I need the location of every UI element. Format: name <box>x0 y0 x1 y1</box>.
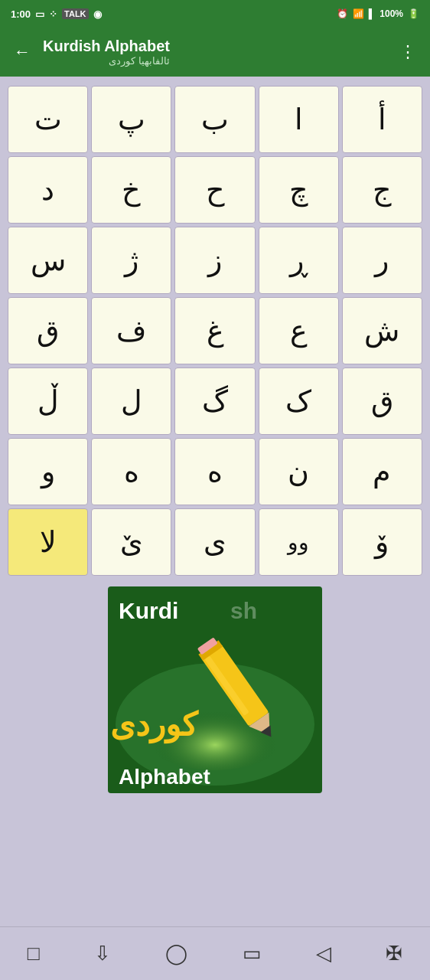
alphabet-grid: أ ا ب پ ت ج چ ح خ د ر ڕ ز ژ س ش ع غ ف ق … <box>8 86 422 576</box>
letter-cell[interactable]: ف <box>91 297 171 364</box>
app-bar: ← Kurdish Alphabet ئالفابهیا کوردی ⋮ <box>0 28 430 77</box>
signal-dots-icon: ⁘ <box>49 8 57 20</box>
more-options-button[interactable]: ⋮ <box>396 39 419 65</box>
letter-cell[interactable]: ق <box>342 368 422 435</box>
letter-cell[interactable]: س <box>8 227 88 294</box>
main-content: أ ا ب پ ت ج چ ح خ د ر ڕ ز ژ س ش ع غ ف ق … <box>0 77 430 926</box>
letter-cell[interactable]: ش <box>342 297 422 364</box>
letter-cell-highlighted[interactable]: لا <box>8 508 88 576</box>
letter-cell[interactable]: چ <box>259 156 339 224</box>
svg-text:کوردی: کوردی <box>110 707 199 744</box>
letter-cell[interactable]: ۆ <box>342 508 422 576</box>
letter-cell[interactable]: ت <box>8 86 88 153</box>
letter-cell[interactable]: ب <box>174 86 255 153</box>
letter-cell[interactable]: ڕ <box>259 227 339 294</box>
app-subtitle: ئالفابهیا کوردی <box>43 55 170 67</box>
banner-bottom-text: Alphabet <box>119 765 210 789</box>
banner-top-text: Kurdi <box>119 598 178 623</box>
battery-label: 100% <box>380 8 403 19</box>
recents-nav-button[interactable]: ▭ <box>232 936 272 972</box>
letter-cell[interactable]: ع <box>259 297 339 364</box>
letter-cell[interactable]: ی <box>174 508 255 576</box>
status-bar: 1:00 ▭ ⁘ TALK ◉ ⏰ 📶 ▌ 100% 🔋 <box>0 0 430 28</box>
back-button[interactable]: ← <box>11 39 34 65</box>
letter-cell[interactable]: ک <box>259 368 339 435</box>
letter-cell[interactable]: ه <box>174 438 255 505</box>
letter-cell[interactable]: ر <box>342 227 422 294</box>
banner-svg: Kurdi sh کوردی Alphabet <box>108 586 322 793</box>
letter-cell[interactable]: ڵ <box>8 368 88 435</box>
status-indicators: ⏰ 📶 ▌ 100% 🔋 <box>337 8 419 19</box>
square-nav-button[interactable]: □ <box>17 936 50 972</box>
phone-icon: ▭ <box>35 8 44 20</box>
letter-cell[interactable]: گ <box>174 368 255 435</box>
alarm-icon: ⏰ <box>337 8 348 19</box>
letter-cell[interactable]: ا <box>259 86 339 153</box>
letter-cell[interactable]: ن <box>259 438 339 505</box>
app-bar-title-group: Kurdish Alphabet ئالفابهیا کوردی <box>43 38 170 67</box>
letter-cell[interactable]: و <box>8 438 88 505</box>
banner-image: Kurdi sh کوردی Alphabet <box>108 586 322 793</box>
home-nav-button[interactable]: ◯ <box>155 936 198 972</box>
letter-cell[interactable]: غ <box>174 297 255 364</box>
app-title: Kurdish Alphabet <box>43 38 170 55</box>
back-nav-button[interactable]: ⇩ <box>83 936 122 972</box>
talk-icon: TALK <box>62 8 89 19</box>
svg-text:sh: sh <box>230 598 257 623</box>
signal-icon: ▌ <box>369 8 376 19</box>
nav-bar: □ ⇩ ◯ ▭ ◁ ✠ <box>0 926 430 980</box>
headphone-icon: ◉ <box>93 8 102 20</box>
time-display: 1:00 <box>11 8 31 20</box>
letter-cell[interactable]: ز <box>174 227 255 294</box>
letter-cell[interactable]: أ <box>342 86 422 153</box>
letter-cell[interactable]: م <box>342 438 422 505</box>
back-arrow-nav-button[interactable]: ◁ <box>305 936 342 972</box>
letter-cell[interactable]: ج <box>342 156 422 224</box>
app-bar-left: ← Kurdish Alphabet ئالفابهیا کوردی <box>11 38 170 67</box>
status-time-area: 1:00 ▭ ⁘ TALK ◉ <box>11 8 102 20</box>
letter-cell[interactable]: پ <box>91 86 171 153</box>
wifi-icon: 📶 <box>353 8 364 19</box>
letter-cell[interactable]: ق <box>8 297 88 364</box>
menu-nav-button[interactable]: ✠ <box>375 936 413 972</box>
letter-cell[interactable]: ح <box>174 156 255 224</box>
battery-icon: 🔋 <box>408 8 419 19</box>
letter-cell[interactable]: خ <box>91 156 171 224</box>
letter-cell[interactable]: وو <box>259 508 339 576</box>
letter-cell[interactable]: ێ <box>91 508 171 576</box>
letter-cell[interactable]: د <box>8 156 88 224</box>
letter-cell[interactable]: ە <box>91 438 171 505</box>
letter-cell[interactable]: ل <box>91 368 171 435</box>
letter-cell[interactable]: ژ <box>91 227 171 294</box>
